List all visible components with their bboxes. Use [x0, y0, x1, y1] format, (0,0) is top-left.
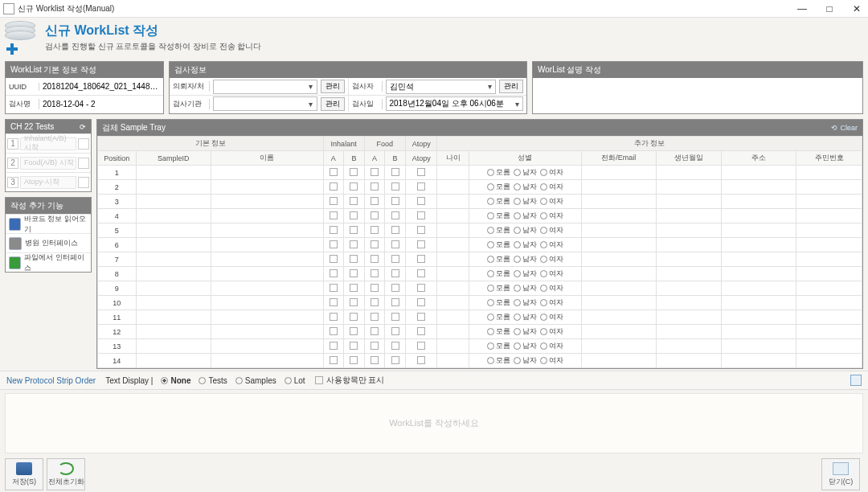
cell-ssn[interactable] [796, 223, 862, 238]
cell-addr[interactable] [722, 296, 796, 310]
cell-position[interactable]: 10 [98, 296, 137, 310]
cell-birth[interactable] [656, 354, 721, 368]
cell-birth[interactable] [656, 267, 721, 281]
cell-food-b[interactable] [385, 325, 406, 339]
cell-inhalant-b[interactable] [344, 238, 365, 252]
display-none-option[interactable]: None [161, 376, 190, 385]
cell-name[interactable] [211, 310, 323, 325]
sex-male-option[interactable]: 남자 [514, 355, 537, 366]
cell-inhalant-b[interactable] [344, 223, 365, 238]
col-phone[interactable]: 전화/Email [581, 151, 656, 166]
requester-dropdown[interactable]: ▾ [213, 80, 317, 94]
examiner-dropdown[interactable]: 김민석▾ [386, 80, 497, 94]
cell-age[interactable] [437, 195, 469, 209]
cell-name[interactable] [211, 252, 323, 267]
cell-position[interactable]: 5 [98, 223, 137, 238]
sex-male-option[interactable]: 남자 [514, 240, 537, 250]
cell-addr[interactable] [722, 310, 796, 325]
cell-name[interactable] [211, 166, 323, 180]
cell-food-a[interactable] [364, 310, 385, 325]
cell-food-b[interactable] [385, 354, 406, 368]
col-name[interactable]: 이름 [211, 151, 323, 166]
cell-addr[interactable] [722, 180, 796, 195]
cell-atopy[interactable] [405, 296, 437, 310]
cell-addr[interactable] [722, 267, 796, 281]
cell-birth[interactable] [656, 281, 721, 296]
cell-phone[interactable] [581, 180, 656, 195]
uuid-field[interactable] [43, 82, 160, 91]
used-only-checkbox[interactable]: 사용항목만 표시 [315, 375, 385, 386]
strip-collapse-button[interactable] [850, 375, 862, 386]
cell-phone[interactable] [581, 195, 656, 209]
cell-inhalant-b[interactable] [344, 310, 365, 325]
cell-food-b[interactable] [385, 223, 406, 238]
cell-sampleid[interactable] [136, 281, 211, 296]
cell-atopy[interactable] [405, 310, 437, 325]
cell-inhalant-a[interactable] [323, 310, 344, 325]
cell-inhalant-a[interactable] [323, 195, 344, 209]
cell-age[interactable] [437, 209, 469, 223]
cell-inhalant-b[interactable] [344, 166, 365, 180]
cell-ssn[interactable] [796, 267, 862, 281]
cell-phone[interactable] [581, 267, 656, 281]
cell-addr[interactable] [722, 252, 796, 267]
cell-inhalant-b[interactable] [344, 325, 365, 339]
cell-age[interactable] [437, 252, 469, 267]
cell-position[interactable]: 9 [98, 281, 137, 296]
exam-date-picker[interactable]: 2018년12월04일 오후 06시06분▾ [386, 96, 524, 111]
col-food-b[interactable]: B [385, 151, 406, 166]
close-button[interactable]: ✕ [849, 3, 865, 14]
cell-birth[interactable] [656, 238, 721, 252]
cell-name[interactable] [211, 267, 323, 281]
cell-phone[interactable] [581, 296, 656, 310]
cell-position[interactable]: 14 [98, 354, 137, 368]
cell-food-a[interactable] [364, 252, 385, 267]
cell-sampleid[interactable] [136, 296, 211, 310]
sex-male-option[interactable]: 남자 [514, 182, 537, 192]
cell-food-a[interactable] [364, 238, 385, 252]
cell-ssn[interactable] [796, 354, 862, 368]
cell-inhalant-a[interactable] [323, 281, 344, 296]
cell-inhalant-b[interactable] [344, 281, 365, 296]
cell-inhalant-b[interactable] [344, 195, 365, 209]
cell-name[interactable] [211, 238, 323, 252]
cell-birth[interactable] [656, 166, 721, 180]
ch22-test-field[interactable]: Inhalant(A/B) 시작 [20, 137, 76, 150]
cell-sampleid[interactable] [136, 252, 211, 267]
sex-male-option[interactable]: 남자 [514, 225, 537, 236]
sex-female-option[interactable]: 여자 [540, 240, 563, 250]
sex-unknown-option[interactable]: 모름 [487, 254, 510, 264]
cell-inhalant-a[interactable] [323, 209, 344, 223]
cell-birth[interactable] [656, 209, 721, 223]
sex-female-option[interactable]: 여자 [540, 211, 563, 221]
sex-female-option[interactable]: 여자 [540, 269, 563, 279]
cell-age[interactable] [437, 238, 469, 252]
cell-food-b[interactable] [385, 195, 406, 209]
cell-phone[interactable] [581, 166, 656, 180]
cell-birth[interactable] [656, 252, 721, 267]
cell-phone[interactable] [581, 310, 656, 325]
extra-func-item[interactable]: 바코드 정보 읽어오기 [6, 214, 91, 233]
cell-inhalant-a[interactable] [323, 339, 344, 354]
examiner-manage-button[interactable]: 관리 [499, 80, 523, 93]
cell-atopy[interactable] [405, 281, 437, 296]
cell-food-a[interactable] [364, 325, 385, 339]
cell-birth[interactable] [656, 223, 721, 238]
cell-inhalant-b[interactable] [344, 180, 365, 195]
cell-position[interactable]: 6 [98, 238, 137, 252]
col-ssn[interactable]: 주민번호 [796, 151, 862, 166]
cell-birth[interactable] [656, 310, 721, 325]
cell-inhalant-a[interactable] [323, 296, 344, 310]
cell-birth[interactable] [656, 325, 721, 339]
sex-male-option[interactable]: 남자 [514, 283, 537, 293]
cell-position[interactable]: 1 [98, 166, 137, 180]
sex-unknown-option[interactable]: 모름 [487, 196, 510, 207]
minimize-button[interactable]: — [794, 3, 810, 14]
cell-addr[interactable] [722, 339, 796, 354]
cell-food-a[interactable] [364, 166, 385, 180]
sex-female-option[interactable]: 여자 [540, 225, 563, 236]
cell-food-a[interactable] [364, 267, 385, 281]
cell-sex[interactable]: 모름 남자 여자 [469, 339, 582, 354]
cell-sampleid[interactable] [136, 354, 211, 368]
cell-name[interactable] [211, 325, 323, 339]
